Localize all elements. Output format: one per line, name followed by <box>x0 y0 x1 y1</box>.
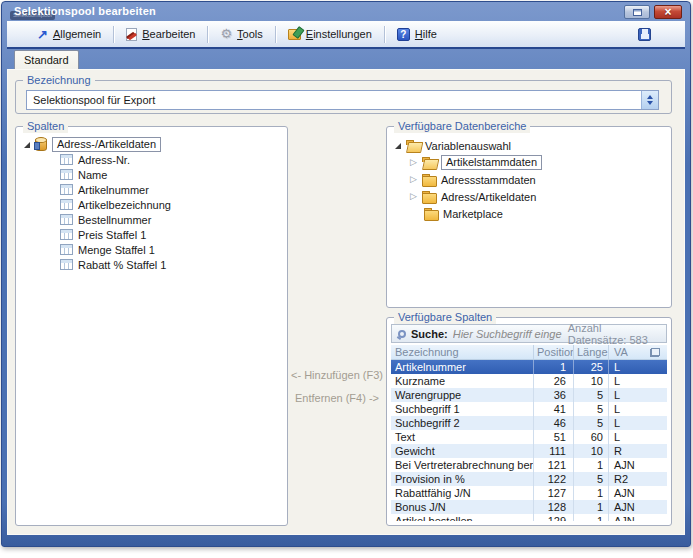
cell-laenge: 25 <box>574 360 609 374</box>
cell-position: 129 <box>534 514 574 521</box>
cell-spacer <box>643 388 667 402</box>
bezeichnung-combobox[interactable]: Selektionspool für Export <box>26 90 659 110</box>
column-header-va[interactable]: VA <box>609 345 643 359</box>
tree-item-artikelstammdaten[interactable]: ▷ Artikelstammdaten <box>395 154 667 171</box>
column-chooser-button[interactable] <box>643 345 667 359</box>
tree-item-column[interactable]: Artikelnummer <box>24 182 283 197</box>
cell-position: 121 <box>534 458 574 472</box>
table-row[interactable]: Rabattfähig J/N 127 1 AJN <box>391 486 667 500</box>
combobox-spinner-button[interactable] <box>641 91 658 109</box>
tree-item-label: Rabatt % Staffel 1 <box>78 259 166 271</box>
tree-item-label: Adress/Artikeldaten <box>441 191 536 203</box>
collapsed-triangle-icon[interactable]: ▷ <box>410 175 417 184</box>
tree-item-adressstammdaten[interactable]: ▷ Adressstammdaten <box>395 171 667 188</box>
table-body: Artikelnummer 1 25 L Kurzname 26 <box>391 360 667 521</box>
tree-item-column[interactable]: Menge Staffel 1 <box>24 242 283 257</box>
cell-spacer <box>643 444 667 458</box>
search-label: Suche: <box>411 328 448 340</box>
save-button[interactable] <box>636 26 653 43</box>
table-row[interactable]: Suchbegriff 2 46 5 L <box>391 416 667 430</box>
table-row[interactable]: Gewicht 111 10 R <box>391 444 667 458</box>
table-row[interactable]: Provision in % 122 5 R2 <box>391 472 667 486</box>
column-header-laenge[interactable]: Länge <box>574 345 609 359</box>
menu-hilfe-label: Hilfe <box>415 28 437 40</box>
toolbar-separator <box>275 26 276 43</box>
tree-item-marketplace[interactable]: Marketplace <box>395 205 667 222</box>
group-datenbereiche: Verfügbare Datenbereiche Variablenauswah… <box>386 126 672 308</box>
table-row[interactable]: Text 51 60 L <box>391 430 667 444</box>
tree-item-column[interactable]: Bestellnummer <box>24 212 283 227</box>
cell-spacer <box>643 500 667 514</box>
cell-spacer <box>643 402 667 416</box>
table-row[interactable]: Warengruppe 36 5 L <box>391 388 667 402</box>
cell-spacer <box>643 458 667 472</box>
menu-einstellungen[interactable]: Einstellungen <box>280 25 380 43</box>
datenbereiche-tree: Variablenauswahl ▷ Artikelstammdaten ▷ A… <box>387 127 671 222</box>
add-button[interactable]: <- Hinzufügen (F3) <box>288 369 386 381</box>
dialog-window: Selektionspool Selektionspool bearbeiten… <box>1 1 691 547</box>
cell-va: AJN <box>609 500 643 514</box>
tree-item-column[interactable]: Adress-Nr. <box>24 152 283 167</box>
toolbar-separator <box>207 26 208 43</box>
menu-hilfe[interactable]: ? Hilfe <box>389 25 445 44</box>
expanded-triangle-icon[interactable] <box>24 142 30 148</box>
tab-page-standard: Bezeichnung Selektionspool für Export Sp… <box>7 69 685 535</box>
tree-root-adress-artikeldaten[interactable]: Adress-/Artikeldaten <box>24 137 283 152</box>
table-row[interactable]: Suchbegriff 1 41 5 L <box>391 402 667 416</box>
table-header-row: Bezeichnung Position Länge VA <box>391 345 667 360</box>
table-row[interactable]: Bonus J/N 128 1 AJN <box>391 500 667 514</box>
tree-item-column[interactable]: Rabatt % Staffel 1 <box>24 257 283 272</box>
folder-icon <box>422 191 436 203</box>
column-header-bezeichnung[interactable]: Bezeichnung <box>391 345 534 359</box>
tree-item-label: Bestellnummer <box>78 214 151 226</box>
menu-bearbeiten-label: Bearbeiten <box>142 28 195 40</box>
cell-bezeichnung: Gewicht <box>391 444 534 458</box>
toolbar-separator <box>384 26 385 43</box>
table-row[interactable]: Artikel bestellen 129 1 AJN <box>391 514 667 521</box>
cell-position: 46 <box>534 416 574 430</box>
spalten-tree: Adress-/Artikeldaten Adress-Nr. Name <box>16 127 287 272</box>
restore-button[interactable] <box>624 5 650 19</box>
edit-page-icon <box>126 28 137 41</box>
collapsed-triangle-icon[interactable]: ▷ <box>410 192 417 201</box>
close-button[interactable] <box>654 5 682 19</box>
cell-bezeichnung: Suchbegriff 2 <box>391 416 534 430</box>
cell-va: L <box>609 430 643 444</box>
bezeichnung-combobox-value: Selektionspool für Export <box>27 91 641 109</box>
tree-item-label: Adressstammdaten <box>441 174 536 186</box>
tree-item-adress-artikeldaten[interactable]: ▷ Adress/Artikeldaten <box>395 188 667 205</box>
tree-root-label: Variablenauswahl <box>425 140 511 152</box>
menu-tools-label: Tools <box>237 28 263 40</box>
tree-item-label: Preis Staffel 1 <box>78 229 146 241</box>
menu-tools[interactable]: ⚙ Tools <box>212 25 270 43</box>
open-folder-icon <box>406 140 420 152</box>
cell-va: L <box>609 374 643 388</box>
cell-position: 128 <box>534 500 574 514</box>
remove-button[interactable]: Entfernen (F4) -> <box>288 392 386 404</box>
restore-icon <box>633 9 642 16</box>
spin-up-icon <box>647 95 653 99</box>
menu-allgemein[interactable]: ↗ Allgemein <box>29 25 109 43</box>
table-row[interactable]: Artikelnummer 1 25 L <box>391 360 667 374</box>
cell-position: 1 <box>534 360 574 374</box>
tree-item-column[interactable]: Artikelbezeichnung <box>24 197 283 212</box>
collapsed-triangle-icon[interactable]: ▷ <box>410 158 417 167</box>
expanded-triangle-icon[interactable] <box>395 143 401 149</box>
tree-item-column[interactable]: Preis Staffel 1 <box>24 227 283 242</box>
table-row[interactable]: Kurzname 26 10 L <box>391 374 667 388</box>
table-row[interactable]: Bei Vertreterabrechnung berücksichtige 1… <box>391 458 667 472</box>
search-input[interactable] <box>453 328 563 340</box>
arrow-ne-icon: ↗ <box>37 29 48 40</box>
column-header-position[interactable]: Position <box>534 345 574 359</box>
menu-bearbeiten[interactable]: Bearbeiten <box>118 25 203 44</box>
toolbar-separator <box>113 26 114 43</box>
cell-va: L <box>609 388 643 402</box>
cell-position: 111 <box>534 444 574 458</box>
tree-item-column[interactable]: Name <box>24 167 283 182</box>
folder-icon <box>422 174 436 186</box>
columns-table: Bezeichnung Position Länge VA <box>391 345 667 521</box>
transfer-column: <- Hinzufügen (F3) Entfernen (F4) -> <box>288 126 386 526</box>
tree-root-variablenauswahl[interactable]: Variablenauswahl <box>395 137 667 154</box>
tab-standard[interactable]: Standard <box>14 50 79 69</box>
cell-spacer <box>643 360 667 374</box>
